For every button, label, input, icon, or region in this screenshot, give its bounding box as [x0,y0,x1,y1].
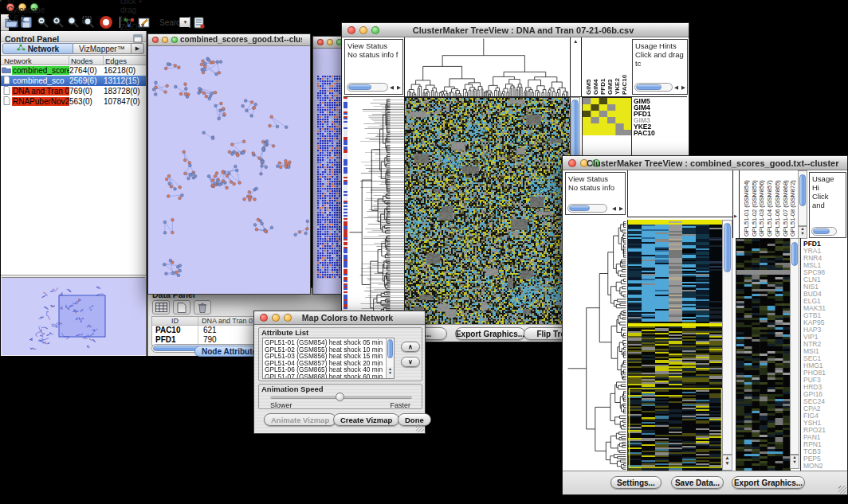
tv2-row-dendrogram[interactable] [564,220,626,471]
tv1-mini-heatmap[interactable] [582,97,632,136]
col-nodes[interactable]: Nodes [69,56,104,64]
treeview1-titlebar[interactable]: ClusterMaker TreeView : DNA and Tran 07-… [342,23,689,37]
scroll-left-icon[interactable]: ◀ [390,85,394,91]
data-col-id[interactable]: ID [152,317,198,325]
animate-vizmap-button[interactable]: Animate Vizmap [264,413,336,426]
map-colors-dialog: Map Colors to Network Attribute List GPL… [253,311,426,434]
status-zoom-hint: Right-click + drag to ZOOM [120,0,144,32]
tv2-vscroll-arrows[interactable]: ▲▼ [722,455,732,471]
tab-vizmapper[interactable]: VizMapper™ [73,43,132,54]
tv2-status-hscrollbar[interactable] [567,204,607,213]
col-network[interactable]: Network [1,56,69,64]
tv2-vscrollbar[interactable] [722,220,732,455]
network-list-row[interactable]: combined_sco2569(6)13112(15) [1,76,146,86]
export-graphics-button[interactable]: Export Graphics... [455,327,525,340]
network-name[interactable]: combined_sco [12,76,69,85]
network-list-row[interactable]: DNA and Tran 07769(0)183728(0) [1,86,146,96]
attribute-table-icon[interactable] [152,300,170,315]
network-nodes-count: 2569(6) [69,76,104,85]
tv2-heat2-scroll-arrows[interactable]: ▲▼ [790,455,799,469]
delete-attribute-icon[interactable] [194,300,211,315]
tv1-row-dendrogram[interactable] [344,97,404,325]
scroll-right-icon[interactable]: ▶ [681,85,685,91]
network-list-row[interactable]: RNAPuberNov2+563(0)107847(0) [1,96,146,107]
attribute-list-item[interactable]: GPL51-07 (GSM868) heat shock 60 min [265,373,385,379]
treeview2-titlebar[interactable]: ClusterMaker TreeView : combined_scores_… [563,156,847,170]
resize-grip[interactable] [838,486,846,494]
settings-button[interactable]: Settings... [610,476,662,489]
attribute-list-vscrollbar[interactable] [386,338,394,369]
scroll-right-icon[interactable]: ▶ [397,85,401,91]
zoom-in-icon[interactable] [52,15,65,29]
zoom-selected-icon[interactable] [82,15,95,29]
network-name[interactable]: DNA and Tran 07 [12,87,69,96]
done-button[interactable]: Done [398,413,431,426]
network-folder-icon [1,66,12,75]
close-button[interactable] [568,159,576,167]
float-panel-icon[interactable] [133,32,143,46]
tv2-secondary-heatmap[interactable] [736,238,791,471]
tv1-column-labels: GIM5GIM4PFD1GIM3YKE2PAC10 [581,37,631,96]
cytoscape-main-window: Cytoscape Desktop (Session Name: collins… [0,0,2,2]
search-dropdown-icon[interactable]: ▼ [179,18,190,27]
tv2-usage-hscrollbar[interactable] [811,227,837,236]
close-button[interactable] [152,37,159,43]
tv2-heat2-vscrollbar[interactable] [790,238,799,455]
network-name[interactable]: combined_scores [12,66,69,75]
treeview1-title: ClusterMaker TreeView : DNA and Tran 07-… [366,25,681,35]
search-input[interactable]: ▼ [189,17,190,28]
close-button[interactable] [260,314,268,322]
move-down-button[interactable]: ∨ [401,357,420,367]
new-attribute-icon[interactable] [173,300,190,315]
save-data-button[interactable]: Save Data... [671,476,724,489]
network-list-row[interactable]: combined_scores2764(0)16218(0) [1,65,146,76]
tv2-heatmap-canvas[interactable] [627,220,723,471]
attribute-list-label: Attribute List [261,328,308,337]
move-up-button[interactable]: ∧ [401,342,420,352]
minimize-button[interactable] [327,39,333,45]
network-view-titlebar[interactable]: combined_scores_good.txt--cluste... [148,34,310,46]
network-doc-icon [1,86,12,96]
zoom-fit-icon[interactable] [67,15,80,29]
tv1-status-hscrollbar[interactable] [347,83,388,92]
create-vizmap-button[interactable]: Create Vizmap [333,413,399,426]
speed-slider-thumb[interactable] [336,393,344,401]
tv1-row-label: PAC10 [634,130,688,136]
tv2-column-labels: GPL51-01 (GSM854)GPL51-02 (GSM855)GPL51-… [739,170,798,238]
tv1-view-status-title: View Status [347,41,400,50]
treeview2-title: ClusterMaker TreeView : combined_scores_… [587,158,839,168]
scroll-right-icon[interactable]: ▶ [619,206,623,212]
tv1-heatmap-canvas[interactable] [404,97,570,326]
tv1-usage-hscrollbar[interactable] [634,83,673,92]
zoom-button[interactable] [171,37,178,43]
export-graphics-button[interactable]: Export Graphics... [732,476,805,489]
tab-network[interactable]: Network [2,43,73,54]
network-doc-icon [1,76,12,86]
tv1-usage-title: Usage Hints [635,41,685,50]
network-name[interactable]: RNAPuberNov2+ [12,97,69,106]
network-overview-panel[interactable] [2,277,145,355]
tv1-column-dendrogram[interactable] [404,37,570,97]
network-overview-canvas[interactable] [2,278,146,355]
col-edges[interactable]: Edges [104,56,146,64]
tv2-usage-title: Usage Hi [812,174,843,192]
column-label: PFD1 [599,39,607,95]
network-view-canvas[interactable] [148,46,310,294]
import-table-icon[interactable] [193,15,206,29]
column-label: GIM3 [607,39,614,95]
minimize-button[interactable] [162,37,168,43]
tv2-labels-vscrollbar[interactable] [798,170,807,226]
scroll-left-icon[interactable]: ◀ [612,206,616,212]
resize-grip[interactable] [416,424,424,432]
tv2-button-bar: Settings...Save Data...Export Graphics..… [563,471,847,494]
tv2-column-dendro-area [627,170,732,217]
tv2-labels-scroll-arrows[interactable]: ▲▼ [798,226,807,239]
scroll-left-icon[interactable]: ◀ [674,85,678,91]
dialog-titlebar[interactable]: Map Colors to Network [254,311,425,325]
help-ring-icon[interactable] [100,15,112,29]
close-button[interactable] [317,39,324,45]
close-button[interactable] [347,26,355,34]
attribute-list-scroll-arrows[interactable]: ▲▼ [386,367,394,378]
control-panel: Control Panel Network VizMapper™ ▶ Netwo… [1,31,147,356]
attribute-listbox[interactable]: GPL51-01 (GSM854) heat shock 05 minGPL51… [262,338,395,379]
